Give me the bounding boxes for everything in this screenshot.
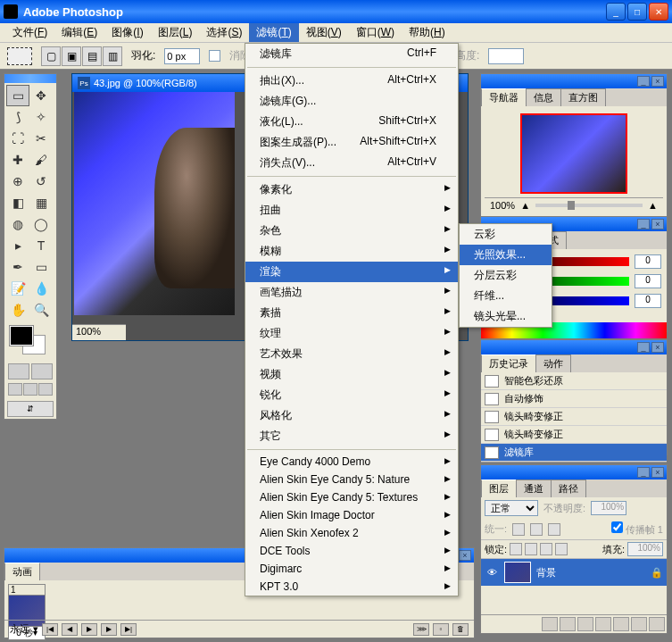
hand-tool[interactable]: ✋ bbox=[6, 299, 29, 321]
tab-animation[interactable]: 动画 bbox=[4, 563, 40, 580]
history-brush-tool[interactable]: ↺ bbox=[29, 171, 53, 192]
crop-tool[interactable]: ⛶ bbox=[6, 128, 29, 149]
submenu-item[interactable]: 光照效果... bbox=[460, 245, 552, 265]
submenu-item[interactable]: 镜头光晕... bbox=[460, 306, 552, 327]
panel-close-button[interactable]: × bbox=[651, 342, 664, 353]
next-frame-button[interactable]: ▶ bbox=[101, 623, 117, 636]
maximize-button[interactable]: □ bbox=[627, 3, 647, 21]
menu-文件[interactable]: 文件(F) bbox=[5, 23, 54, 42]
menu-item[interactable]: 液化(L)...Shift+Ctrl+X bbox=[245, 112, 458, 132]
tab-历史记录[interactable]: 历史记录 bbox=[481, 354, 536, 372]
menu-item[interactable]: 消失点(V)...Alt+Ctrl+V bbox=[245, 153, 458, 173]
zoom-out-icon[interactable]: ▲ bbox=[520, 200, 530, 211]
history-state[interactable]: 滤镜库 bbox=[481, 444, 667, 462]
navigator-thumbnail[interactable] bbox=[520, 113, 627, 194]
menu-编辑[interactable]: 编辑(E) bbox=[54, 23, 104, 42]
menu-滤镜[interactable]: 滤镜(T) bbox=[249, 23, 298, 42]
document-canvas[interactable] bbox=[74, 92, 235, 315]
lock-pixels-icon[interactable] bbox=[525, 543, 537, 555]
play-button[interactable]: ▶ bbox=[81, 623, 97, 636]
menu-item[interactable]: Digimarc▶ bbox=[245, 560, 458, 578]
eraser-tool[interactable]: ◧ bbox=[6, 192, 29, 213]
pen-tool[interactable]: ✒ bbox=[6, 256, 29, 278]
menu-item[interactable]: Alien Skin Eye Candy 5: Textures▶ bbox=[245, 488, 458, 506]
screen-mode-full[interactable] bbox=[38, 383, 53, 396]
quickmask-mode-button[interactable] bbox=[31, 363, 53, 379]
gradient-tool[interactable]: ▦ bbox=[29, 192, 53, 213]
eyedropper-tool[interactable]: 💧 bbox=[29, 278, 53, 299]
dodge-tool[interactable]: ◯ bbox=[29, 213, 53, 235]
loop-select[interactable]: 永远 bbox=[10, 622, 29, 636]
menu-item[interactable]: Alien Skin Xenofex 2▶ bbox=[245, 524, 458, 542]
close-button[interactable]: ✕ bbox=[649, 3, 668, 21]
menu-item[interactable]: Alien Skin Eye Candy 5: Nature▶ bbox=[245, 471, 458, 488]
unify-visibility-icon[interactable] bbox=[530, 523, 543, 536]
panel-minimize-button[interactable]: _ bbox=[637, 467, 650, 478]
lock-transparency-icon[interactable] bbox=[510, 543, 522, 555]
prev-frame-button[interactable]: ◀ bbox=[62, 623, 78, 636]
panel-minimize-button[interactable]: _ bbox=[637, 219, 650, 229]
tab-图层[interactable]: 图层 bbox=[481, 479, 517, 497]
menu-item[interactable]: 视频▶ bbox=[245, 364, 458, 385]
tab-路径[interactable]: 路径 bbox=[551, 479, 586, 497]
panel-minimize-button[interactable]: _ bbox=[637, 342, 650, 353]
notes-tool[interactable]: 📝 bbox=[6, 278, 29, 299]
layer-name[interactable]: 背景 bbox=[536, 566, 556, 579]
r-value[interactable]: 0 bbox=[635, 254, 661, 269]
tab-动作[interactable]: 动作 bbox=[535, 354, 571, 372]
wand-tool[interactable]: ✧ bbox=[29, 106, 53, 128]
menu-item[interactable]: Eye Candy 4000 Demo▶ bbox=[245, 453, 458, 471]
first-frame-button[interactable]: |◀ bbox=[42, 623, 58, 636]
submenu-item[interactable]: 纤维... bbox=[460, 286, 552, 306]
tween-button[interactable]: ⋙ bbox=[413, 623, 429, 636]
panel-close-button[interactable]: × bbox=[651, 467, 664, 478]
menu-item[interactable]: KPT 3.0▶ bbox=[245, 578, 458, 596]
navigator-zoom-value[interactable]: 100% bbox=[490, 200, 515, 211]
brush-tool[interactable]: 🖌 bbox=[29, 149, 53, 171]
screen-mode-fullmenu[interactable] bbox=[23, 383, 37, 396]
history-state[interactable]: 智能色彩还原 bbox=[481, 372, 667, 390]
marquee-tool[interactable]: ▭ bbox=[6, 85, 29, 106]
blur-tool[interactable]: ◍ bbox=[6, 213, 29, 235]
feather-input[interactable] bbox=[164, 48, 200, 64]
menu-item[interactable]: 渲染▶ bbox=[245, 262, 458, 282]
layer-mask-button[interactable] bbox=[577, 617, 593, 631]
navigator-zoom-slider[interactable] bbox=[535, 204, 643, 207]
menu-item[interactable]: 抽出(X)...Alt+Ctrl+X bbox=[245, 71, 458, 91]
blend-mode-select[interactable]: 正常 bbox=[485, 500, 538, 516]
menu-item[interactable]: 图案生成器(P)...Alt+Shift+Ctrl+X bbox=[245, 132, 458, 153]
unify-style-icon[interactable] bbox=[548, 523, 560, 536]
tab-信息[interactable]: 信息 bbox=[526, 88, 561, 106]
zoom-in-icon[interactable]: ▲ bbox=[648, 200, 658, 211]
new-layer-button[interactable] bbox=[631, 617, 647, 631]
zoom-tool[interactable]: 🔍 bbox=[29, 299, 53, 321]
layer-thumbnail[interactable] bbox=[504, 562, 531, 583]
menu-item[interactable]: 画笔描边▶ bbox=[245, 282, 458, 303]
marquee-tool-icon[interactable] bbox=[7, 47, 32, 65]
healing-tool[interactable]: ✚ bbox=[6, 149, 29, 171]
history-state[interactable]: 镜头畸变修正 bbox=[481, 426, 667, 444]
propagate-checkbox[interactable] bbox=[611, 521, 623, 533]
document-zoom[interactable]: 100% bbox=[72, 324, 126, 340]
g-value[interactable]: 0 bbox=[635, 274, 661, 288]
history-state[interactable]: 镜头畸变修正 bbox=[481, 408, 667, 426]
foreground-color[interactable] bbox=[10, 326, 33, 346]
delete-layer-button[interactable] bbox=[649, 617, 665, 631]
menu-帮助[interactable]: 帮助(H) bbox=[402, 23, 452, 42]
slice-tool[interactable]: ✂ bbox=[29, 128, 53, 149]
menu-item[interactable]: 素描▶ bbox=[245, 303, 458, 323]
duplicate-frame-button[interactable]: ▫ bbox=[433, 623, 449, 636]
menu-item[interactable]: 艺术效果▶ bbox=[245, 344, 458, 364]
panel-close-button[interactable]: × bbox=[651, 219, 664, 229]
lock-position-icon[interactable] bbox=[540, 543, 552, 555]
menu-选择[interactable]: 选择(S) bbox=[199, 23, 249, 42]
menu-item[interactable]: 纹理▶ bbox=[245, 323, 458, 344]
menu-图层[interactable]: 图层(L) bbox=[151, 23, 200, 42]
tab-通道[interactable]: 通道 bbox=[516, 479, 552, 497]
menu-item[interactable]: 像素化▶ bbox=[245, 179, 458, 200]
tab-直方图[interactable]: 直方图 bbox=[560, 88, 606, 106]
color-swatch[interactable] bbox=[4, 322, 56, 362]
layer-style-button[interactable] bbox=[560, 617, 576, 631]
type-tool[interactable]: T bbox=[29, 235, 53, 256]
subtract-selection-icon[interactable]: ▤ bbox=[82, 46, 102, 66]
